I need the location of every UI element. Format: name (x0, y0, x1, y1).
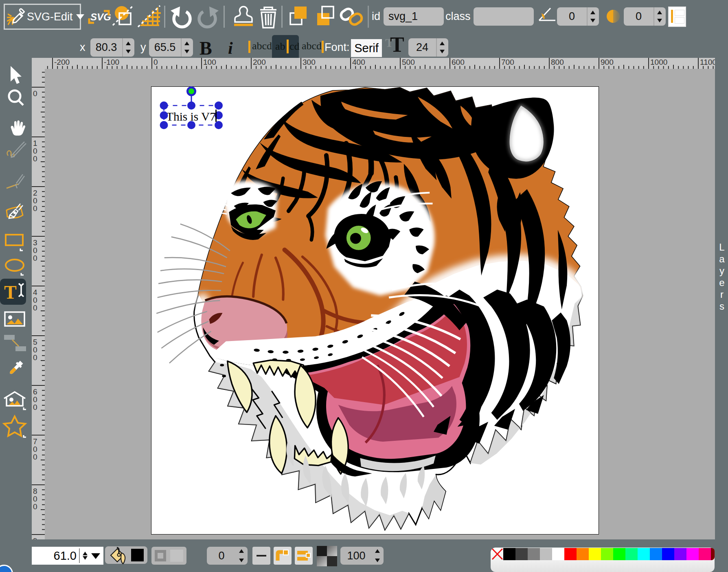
svg-text:800: 800 (33, 487, 37, 511)
svg-text:1100: 1100 (700, 58, 715, 66)
svg-text:500: 500 (402, 58, 415, 66)
svg-text:600: 600 (33, 387, 37, 411)
svg-text:200: 200 (33, 189, 37, 213)
svg-text:700: 700 (501, 58, 514, 66)
svg-text:400: 400 (33, 288, 37, 312)
svg-text:900: 900 (33, 537, 37, 539)
svg-text:1000: 1000 (650, 58, 667, 66)
svg-text:900: 900 (601, 58, 614, 66)
svg-text:300: 300 (303, 58, 316, 66)
svg-text:600: 600 (452, 58, 465, 66)
svg-text:100: 100 (33, 139, 37, 163)
svg-text:800: 800 (551, 58, 564, 66)
svg-text:300: 300 (33, 238, 37, 262)
svg-text:-200: -200 (54, 58, 70, 66)
svg-text:0: 0 (33, 89, 37, 98)
svg-text:700: 700 (33, 437, 37, 461)
svg-text:0: 0 (153, 58, 158, 66)
svg-text:500: 500 (33, 338, 37, 362)
svg-text:T: T (4, 282, 17, 303)
svg-text:-100: -100 (104, 58, 119, 66)
svg-text:100: 100 (203, 58, 216, 66)
svg-text:400: 400 (352, 58, 365, 66)
svg-text:200: 200 (253, 58, 266, 66)
